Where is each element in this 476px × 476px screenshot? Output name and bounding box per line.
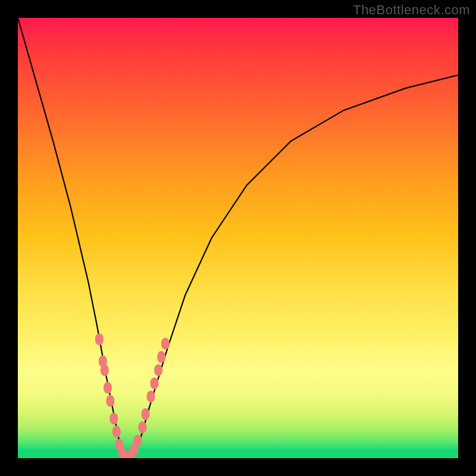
marker-point xyxy=(95,333,104,345)
marker-point xyxy=(161,338,170,350)
marker-point xyxy=(109,412,118,424)
marker-point xyxy=(154,364,162,376)
highlighted-points xyxy=(95,333,170,458)
marker-point xyxy=(142,408,150,420)
chart-frame: TheBottleneck.com xyxy=(0,0,476,476)
bottleneck-curve xyxy=(18,18,458,458)
marker-point xyxy=(138,421,146,433)
marker-point xyxy=(112,426,121,438)
marker-point xyxy=(104,382,112,394)
marker-point xyxy=(150,377,158,389)
plot-area xyxy=(18,18,458,458)
watermark-text: TheBottleneck.com xyxy=(353,2,470,18)
marker-point xyxy=(147,390,155,402)
marker-point xyxy=(106,395,114,407)
marker-point xyxy=(157,351,165,363)
chart-svg xyxy=(18,18,458,458)
marker-point xyxy=(133,434,142,446)
marker-point xyxy=(101,364,109,376)
